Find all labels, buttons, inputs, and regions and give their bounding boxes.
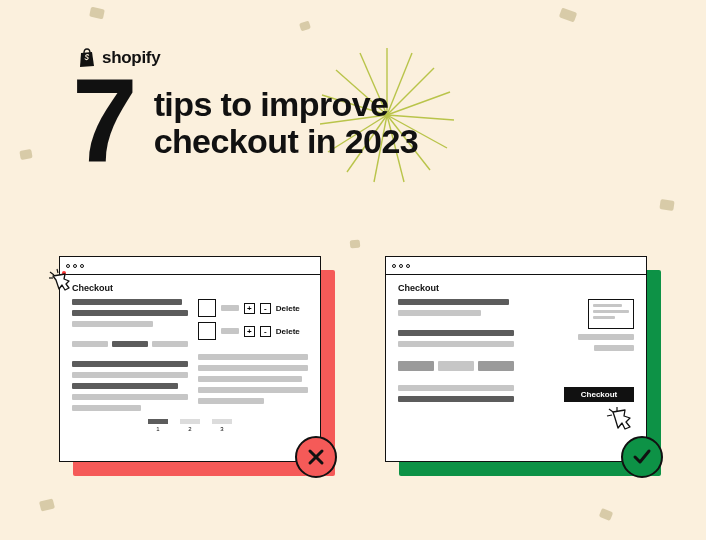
cart-line-item: + - Delete [198,299,308,317]
cursor-click-icon [47,266,75,294]
pagination: 1 2 3 [72,419,308,432]
check-icon [631,446,653,468]
checkout-heading: Checkout [398,283,634,293]
checkout-button[interactable]: Checkout [564,387,634,402]
reject-badge [295,436,337,478]
example-bad: Checkout [59,256,321,462]
order-summary [588,299,634,329]
checkout-heading: Checkout [72,283,308,293]
window-chrome [60,257,320,275]
qty-plus-button[interactable]: + [244,303,255,314]
example-good: Checkout [385,256,647,462]
qty-plus-button[interactable]: + [244,326,255,337]
product-thumb [198,299,216,317]
page-num[interactable]: 2 [188,426,191,432]
headline-text: tips to improve checkout in 2023 [154,86,418,159]
svg-line-16 [50,272,54,275]
x-icon [306,447,326,467]
headline-line-2: checkout in 2023 [154,123,418,160]
cart-line-item: + - Delete [198,322,308,340]
cursor-click-icon [605,406,635,436]
svg-line-21 [609,409,613,412]
headline-line-1: tips to improve [154,86,418,123]
approve-badge [621,436,663,478]
page-num[interactable]: 1 [156,426,159,432]
qty-minus-button[interactable]: - [260,303,271,314]
delete-button[interactable]: Delete [276,304,300,313]
window-chrome [386,257,646,275]
product-thumb [198,322,216,340]
headline-number: 7 [72,70,132,170]
delete-button[interactable]: Delete [276,327,300,336]
page-num[interactable]: 3 [220,426,223,432]
qty-minus-button[interactable]: - [260,326,271,337]
svg-line-18 [57,269,58,273]
svg-line-22 [607,415,612,416]
